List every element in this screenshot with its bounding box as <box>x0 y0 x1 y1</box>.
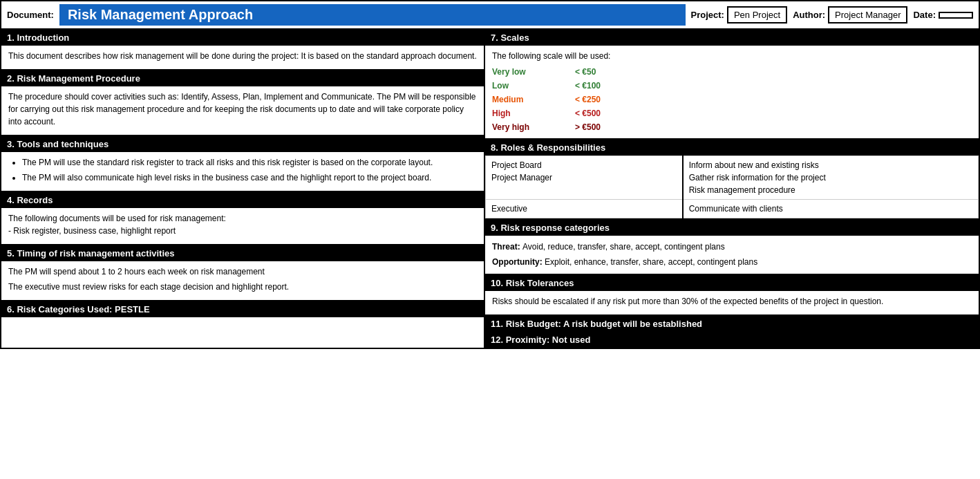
scale-very-low: Very low < €50 <box>492 65 972 79</box>
section-5: 5. Timing of risk management activities … <box>1 245 484 301</box>
project-field: Project: Pen Project <box>691 6 788 24</box>
scale-label-medium: Medium <box>492 93 575 106</box>
roles-table: Project BoardProject Manager Inform abou… <box>485 156 979 218</box>
section-4-body: The following documents will be used for… <box>1 208 484 245</box>
scale-value-medium: < €250 <box>575 93 601 106</box>
section-7-header: 7. Scales <box>485 30 979 46</box>
scale-label-very-low: Very low <box>492 66 575 78</box>
section-6-header: 6. Risk Categories Used: PESTLE <box>1 301 484 317</box>
section-9-body: Threat: Avoid, reduce, transfer, share, … <box>485 236 979 275</box>
project-label: Project: <box>691 10 724 20</box>
threat-label: Threat: <box>492 242 522 252</box>
project-value: Pen Project <box>727 6 787 24</box>
section-10-body: Risks should be escalated if any risk pu… <box>485 291 979 316</box>
scale-very-high: Very high > €500 <box>492 120 972 134</box>
section-3-header: 3. Tools and techniques <box>1 136 484 152</box>
date-label: Date: <box>913 10 936 20</box>
scales-intro: The following scale will be used: <box>492 50 972 62</box>
section-4: 4. Records The following documents will … <box>1 192 484 245</box>
section-10-text: Risks should be escalated if any risk pu… <box>492 295 972 308</box>
scale-high: High < €500 <box>492 106 972 120</box>
section-11-header: 11. Risk Budget: A risk budget will be e… <box>485 316 979 332</box>
section-3: 3. Tools and techniques The PM will use … <box>1 136 484 192</box>
scale-medium: Medium < €250 <box>492 93 972 106</box>
section-8-header: 8. Roles & Responsibilities <box>485 140 979 156</box>
roles-row-1: Project BoardProject Manager Inform abou… <box>486 156 979 200</box>
role-executive: Executive <box>486 200 683 218</box>
section-3-item-2: The PM will also communicate high level … <box>22 171 477 184</box>
scale-label-low: Low <box>492 79 575 92</box>
document-header: Document: Risk Management Approach Proje… <box>0 0 980 30</box>
section-1: 1. Introduction This document describes … <box>1 30 484 71</box>
section-3-item-1: The PM will use the standard risk regist… <box>22 156 477 169</box>
section-3-list: The PM will use the standard risk regist… <box>22 156 477 184</box>
section-2: 2. Risk Management Procedure The procedu… <box>1 71 484 136</box>
scale-value-high: < €500 <box>575 107 601 120</box>
scales-table: Very low < €50 Low < €100 Medium < €250 … <box>492 65 972 134</box>
resp-executive: Communicate with clients <box>683 200 979 218</box>
scale-value-very-low: < €50 <box>575 66 596 78</box>
left-column: 1. Introduction This document describes … <box>1 30 485 348</box>
opportunity-row: Opportunity: Exploit, enhance, transfer,… <box>492 255 972 270</box>
section-5-line2: The executive must review risks for each… <box>8 281 477 293</box>
section-5-line1: The PM will spend about 1 to 2 hours eac… <box>8 265 477 278</box>
section-9-header: 9. Risk response categories <box>485 220 979 236</box>
document-title: Risk Management Approach <box>59 4 686 26</box>
author-value: Project Manager <box>828 6 907 24</box>
section-5-body: The PM will spend about 1 to 2 hours eac… <box>1 261 484 301</box>
section-1-header: 1. Introduction <box>1 30 484 46</box>
date-value <box>939 12 973 19</box>
section-10: 10. Risk Tolerances Risks should be esca… <box>485 275 979 316</box>
opportunity-value: Exploit, enhance, transfer, share, accep… <box>545 257 757 267</box>
section-7-body: The following scale will be used: Very l… <box>485 46 979 140</box>
threat-row: Threat: Avoid, reduce, transfer, share, … <box>492 240 972 255</box>
right-column: 7. Scales The following scale will be us… <box>485 30 979 348</box>
threat-value: Avoid, reduce, transfer, share, accept, … <box>522 242 725 252</box>
doc-label: Document: <box>7 10 54 20</box>
section-4-header: 4. Records <box>1 192 484 208</box>
section-2-header: 2. Risk Management Procedure <box>1 71 484 86</box>
section-9: 9. Risk response categories Threat: Avoi… <box>485 220 979 275</box>
scale-low: Low < €100 <box>492 79 972 93</box>
section-1-text: This document describes how risk managem… <box>8 50 477 62</box>
section-12: 12. Proximity: Not used <box>485 332 979 348</box>
section-2-text: The procedure should cover activities su… <box>8 91 477 128</box>
section-2-body: The procedure should cover activities su… <box>1 86 484 136</box>
section-8-body: Project BoardProject Manager Inform abou… <box>485 156 979 220</box>
section-4-text: The following documents will be used for… <box>8 212 477 237</box>
section-10-header: 10. Risk Tolerances <box>485 275 979 291</box>
resp-project-board: Inform about new and existing risksGathe… <box>683 156 979 200</box>
scale-label-high: High <box>492 107 575 120</box>
section-5-header: 5. Timing of risk management activities <box>1 245 484 261</box>
roles-row-2: Executive Communicate with clients <box>486 200 979 218</box>
section-8: 8. Roles & Responsibilities Project Boar… <box>485 140 979 220</box>
scale-value-low: < €100 <box>575 79 601 92</box>
author-field: Author: Project Manager <box>793 6 907 24</box>
role-project-board: Project BoardProject Manager <box>486 156 683 200</box>
section-6: 6. Risk Categories Used: PESTLE <box>1 301 484 317</box>
section-1-body: This document describes how risk managem… <box>1 46 484 71</box>
opportunity-label: Opportunity: <box>492 257 543 267</box>
main-content: 1. Introduction This document describes … <box>0 30 980 349</box>
section-12-header: 12. Proximity: Not used <box>485 332 979 348</box>
scale-value-very-high: > €500 <box>575 121 601 133</box>
section-3-body: The PM will use the standard risk regist… <box>1 152 484 192</box>
scale-label-very-high: Very high <box>492 121 575 133</box>
date-field: Date: <box>913 10 973 20</box>
author-label: Author: <box>793 10 825 20</box>
section-7: 7. Scales The following scale will be us… <box>485 30 979 140</box>
section-11: 11. Risk Budget: A risk budget will be e… <box>485 316 979 332</box>
